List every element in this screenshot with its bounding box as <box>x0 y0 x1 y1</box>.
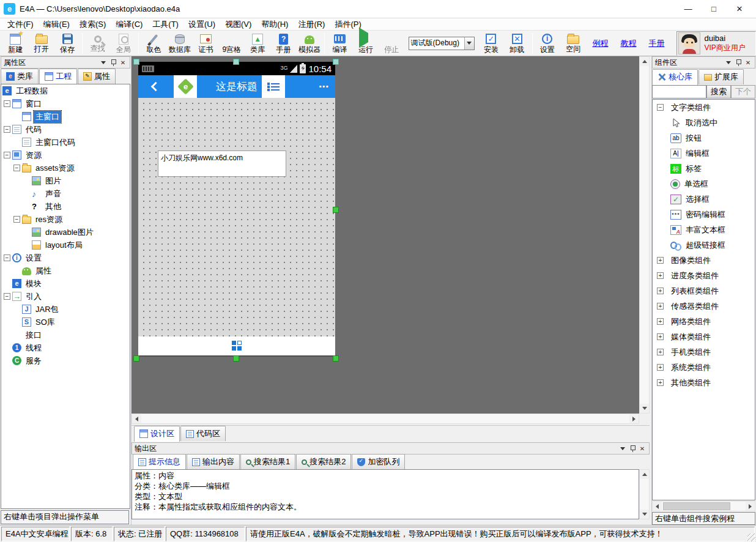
menu-view[interactable]: 视图(V) <box>220 18 256 30</box>
scroll-down-button[interactable] <box>640 404 649 413</box>
search-button[interactable]: 搜索 <box>706 85 731 98</box>
component-group-sensor[interactable]: 传感器类组件 <box>653 299 755 314</box>
toolbar-button-manual[interactable]: 手册 <box>270 31 296 56</box>
toolbar-button-color-picker[interactable]: 取色 <box>141 31 166 56</box>
toolbar-button-settings[interactable]: 设置 <box>535 31 560 56</box>
tree-item-assets-resources[interactable]: assets资源 <box>1 161 130 174</box>
maximize-button[interactable]: □ <box>701 1 727 18</box>
form-design-grid[interactable]: 小刀娱乐网www.x6d.com <box>138 98 335 336</box>
component-group-phone[interactable]: 手机类组件 <box>653 344 755 360</box>
resize-grip[interactable] <box>747 533 755 541</box>
components-horizontal-scrollbar[interactable] <box>652 501 755 511</box>
resize-handle-top-left[interactable] <box>133 59 139 65</box>
collapse-icon[interactable] <box>13 216 20 223</box>
design-canvas[interactable]: 3G 10:54 这是标题 e ⋯ 小刀娱乐网www.x6d.com <box>132 56 639 414</box>
expand-icon[interactable] <box>657 257 664 264</box>
collapse-icon[interactable] <box>4 293 10 300</box>
tree-item-settings-group[interactable]: 设置 <box>1 251 130 264</box>
component-group-media[interactable]: 媒体类组件 <box>653 329 755 344</box>
tree-item-modules[interactable]: 模块 <box>1 277 130 290</box>
tree-item-imports-group[interactable]: 引入 <box>1 290 130 303</box>
tree-item-code-group[interactable]: 代码 <box>1 123 130 136</box>
component-item-button[interactable]: ab按钮 <box>653 130 755 146</box>
tree-item-services[interactable]: 服务 <box>1 354 130 367</box>
toolbar-button-class-library[interactable]: 类库 <box>245 31 270 56</box>
component-item-richtext[interactable]: 丰富文本框 <box>653 222 755 237</box>
menu-tools[interactable]: 工具(T) <box>147 18 183 30</box>
collapse-icon[interactable] <box>13 165 20 171</box>
panel-dropdown-icon[interactable] <box>99 58 108 67</box>
toolbar-button-new[interactable]: 新建 <box>2 31 28 56</box>
tree-item-layout[interactable]: layout布局 <box>1 239 130 251</box>
tree-item-drawable-images[interactable]: drawable图片 <box>1 226 130 239</box>
expand-icon[interactable] <box>657 272 664 279</box>
expand-icon[interactable] <box>657 303 664 310</box>
menu-edit[interactable]: 编辑(E) <box>39 18 75 30</box>
tab-project[interactable]: 工程 <box>39 69 77 84</box>
component-group-system[interactable]: 系统类组件 <box>653 360 755 375</box>
expand-icon[interactable] <box>657 379 664 386</box>
panel-close-icon[interactable]: ✕ <box>744 58 752 67</box>
link-tutorials[interactable]: 教程 <box>620 38 636 49</box>
tree-item-res-resources[interactable]: res资源 <box>1 213 130 226</box>
component-group-text[interactable]: 文字类组件 <box>653 100 755 115</box>
scroll-right-button[interactable] <box>746 502 755 511</box>
menu-compile[interactable]: 编译(C) <box>111 18 147 30</box>
build-mode-dropdown[interactable]: 调试版(Debug) <box>409 37 475 50</box>
tree-item-images[interactable]: 图片 <box>1 174 130 187</box>
component-group-network[interactable]: 网络类组件 <box>653 314 755 329</box>
overflow-menu-button[interactable]: ⋯ <box>319 75 329 98</box>
collapse-icon[interactable] <box>4 254 10 261</box>
collapse-icon[interactable] <box>4 152 10 158</box>
tree-item-threads[interactable]: 线程 <box>1 341 130 354</box>
minimize-button[interactable]: — <box>675 1 701 18</box>
toolbar-button-space[interactable]: 空间 <box>560 31 586 56</box>
scroll-left-button[interactable] <box>132 414 141 423</box>
resize-handle-bottom-right[interactable] <box>333 355 339 362</box>
menu-file[interactable]: 文件(F) <box>2 18 39 30</box>
tree-item-project-data[interactable]: 工程数据 <box>1 84 130 97</box>
resize-handle-bottom-center[interactable] <box>233 355 239 362</box>
tree-item-windows-group[interactable]: 窗口 <box>1 97 130 110</box>
tree-item-attributes[interactable]: 属性 <box>1 264 130 277</box>
expand-icon[interactable] <box>657 349 664 355</box>
tree-item-so-library[interactable]: SO库 <box>1 316 130 329</box>
list-menu-button[interactable] <box>262 75 285 98</box>
expand-icon[interactable] <box>657 318 664 325</box>
component-item-editbox[interactable]: A|编辑框 <box>653 146 755 161</box>
tree-item-others[interactable]: 其他 <box>1 200 130 213</box>
component-group-progress[interactable]: 进度条类组件 <box>653 268 755 283</box>
app-icon[interactable]: e <box>4 3 15 15</box>
link-examples[interactable]: 例程 <box>592 38 608 49</box>
component-group-image[interactable]: 图像类组件 <box>653 253 755 268</box>
tree-item-main-window[interactable]: 主窗口 <box>1 110 130 123</box>
expand-icon[interactable] <box>657 333 664 340</box>
tab-search-result-1[interactable]: 搜索结果1 <box>240 454 295 469</box>
scroll-up-button[interactable] <box>640 470 649 479</box>
component-search-input[interactable] <box>652 85 706 98</box>
expand-icon[interactable] <box>657 288 664 294</box>
panel-pin-icon[interactable] <box>734 58 743 67</box>
toolbar-button-save[interactable]: 保存 <box>54 31 80 56</box>
tab-properties[interactable]: 属性 <box>78 69 116 84</box>
collapse-icon[interactable] <box>4 100 10 107</box>
collapse-icon[interactable] <box>657 104 664 111</box>
tree-item-sounds[interactable]: 声音 <box>1 187 130 200</box>
toolbar-button-open[interactable]: 打开 <box>28 31 54 56</box>
component-item-password[interactable]: ***密码编辑框 <box>653 207 755 222</box>
resize-handle-mid-right[interactable] <box>333 207 339 213</box>
toolbar-button-emulator[interactable]: 模拟器 <box>297 31 322 56</box>
resize-handle-bottom-left[interactable] <box>133 355 139 362</box>
toolbar-button-run[interactable]: 运行 <box>353 31 379 56</box>
tree-item-main-window-code[interactable]: 主窗口代码 <box>1 136 130 149</box>
panel-dropdown-icon[interactable] <box>724 58 733 67</box>
phone-form-preview[interactable]: 3G 10:54 这是标题 e ⋯ 小刀娱乐网www.x6d.com <box>138 62 335 357</box>
component-item-radio[interactable]: 单选框 <box>653 176 755 191</box>
tab-core-library[interactable]: 核心库 <box>652 69 698 85</box>
menu-settings[interactable]: 设置(U) <box>183 18 220 30</box>
dropdown-button[interactable] <box>464 37 474 50</box>
panel-pin-icon[interactable] <box>628 444 637 453</box>
canvas-horizontal-scrollbar[interactable] <box>132 414 639 424</box>
tab-extension-library[interactable]: 扩展库 <box>699 69 744 84</box>
component-group-list[interactable]: 列表框类组件 <box>653 283 755 299</box>
